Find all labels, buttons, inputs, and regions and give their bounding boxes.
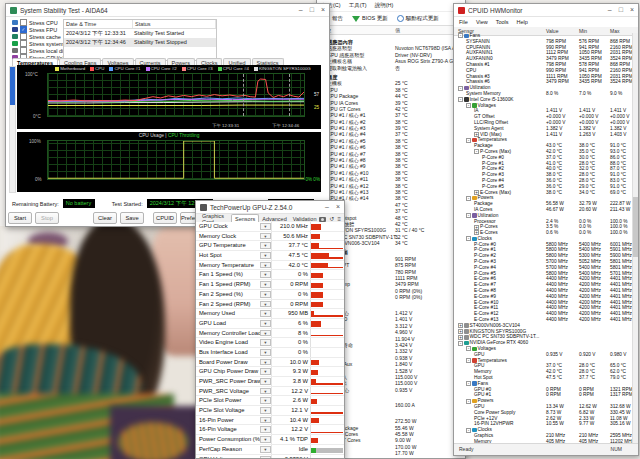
maximize-icon[interactable]: □ bbox=[619, 5, 623, 15]
legend-item[interactable]: CPU Core #4 bbox=[218, 66, 249, 71]
clk-icon bbox=[472, 428, 477, 433]
clear-button[interactable]: Clear bbox=[93, 212, 117, 224]
collapse-box-icon[interactable]: - bbox=[458, 86, 463, 91]
collapse-box-icon[interactable]: - bbox=[466, 346, 471, 351]
collapse-box-icon[interactable]: - bbox=[466, 381, 471, 386]
toolbar-dl-button[interactable]: BIOS 更新 bbox=[352, 15, 388, 22]
sensor-graph bbox=[310, 329, 344, 338]
close-icon[interactable]: × bbox=[336, 202, 340, 212]
collapse-box-icon[interactable]: - bbox=[466, 358, 471, 363]
collapse-box-icon[interactable]: - bbox=[458, 33, 463, 38]
dropdown-arrow-icon[interactable]: ▼ bbox=[260, 446, 271, 453]
dropdown-arrow-icon[interactable]: ▼ bbox=[260, 426, 271, 433]
expand-box-icon[interactable]: + bbox=[474, 225, 479, 230]
expand-box-icon[interactable]: + bbox=[474, 230, 479, 235]
dropdown-arrow-icon[interactable]: ▼ bbox=[260, 397, 271, 404]
dropdown-arrow-icon[interactable]: ▼ bbox=[260, 271, 271, 278]
minimize-icon[interactable]: – bbox=[299, 5, 303, 15]
save-button[interactable]: Save bbox=[120, 212, 144, 224]
expand-box-icon[interactable]: + bbox=[458, 329, 463, 334]
collapse-box-icon[interactable]: - bbox=[458, 341, 463, 346]
legend-item[interactable]: KINGSTON SFYRS1000G bbox=[254, 66, 311, 71]
dropdown-arrow-icon[interactable]: ▼ bbox=[260, 330, 271, 337]
camera-icon[interactable] bbox=[319, 217, 326, 222]
close-icon[interactable]: × bbox=[630, 5, 634, 15]
dropdown-arrow-icon[interactable]: ▼ bbox=[260, 349, 271, 356]
toolbar-mag-button[interactable]: 驅動程式更新 bbox=[397, 15, 439, 22]
dropdown-arrow-icon[interactable]: ▼ bbox=[260, 320, 271, 327]
collapse-box-icon[interactable]: - bbox=[458, 97, 463, 102]
dropdown-arrow-icon[interactable]: ▼ bbox=[260, 223, 271, 230]
dropdown-arrow-icon[interactable]: ▼ bbox=[260, 310, 271, 317]
menu-item-2[interactable]: 說明(H) bbox=[375, 2, 394, 9]
log-row[interactable]: 2024/3/12 下午 12:33:31Stability Test Star… bbox=[64, 29, 216, 38]
menu-item-1[interactable]: 工具(T) bbox=[349, 2, 367, 9]
maximize-icon[interactable]: □ bbox=[310, 5, 314, 15]
dropdown-arrow-icon[interactable]: ▼ bbox=[260, 368, 271, 375]
minimize-icon[interactable]: – bbox=[608, 5, 612, 15]
dropdown-arrow-icon[interactable]: ▼ bbox=[260, 291, 271, 298]
sensor-row[interactable]: 擷取剩餘電池輸入否 bbox=[317, 65, 465, 71]
hwmonitor-menu: FileViewToolsHelp bbox=[454, 17, 638, 27]
graph-scrollbar[interactable] bbox=[9, 66, 16, 193]
cpuid-button[interactable]: CPUID bbox=[153, 212, 177, 224]
collapse-box-icon[interactable]: - bbox=[474, 149, 479, 154]
expand-box-icon[interactable]: + bbox=[458, 335, 463, 340]
collapse-box-icon[interactable]: - bbox=[466, 196, 471, 201]
menu-view[interactable]: View bbox=[476, 19, 488, 25]
collapse-box-icon[interactable]: - bbox=[466, 399, 471, 404]
collapse-box-icon[interactable]: - bbox=[466, 236, 471, 241]
log-col-datetime[interactable]: Date & Time bbox=[64, 20, 133, 28]
close-icon[interactable]: × bbox=[321, 5, 325, 15]
hwmonitor-titlebar[interactable]: CPUID HWMonitor – □ × bbox=[454, 4, 638, 17]
dropdown-arrow-icon[interactable]: ▼ bbox=[260, 388, 271, 395]
stress-checkbox[interactable] bbox=[20, 19, 27, 26]
menu-file[interactable]: File bbox=[459, 19, 468, 25]
dropdown-arrow-icon[interactable]: ▼ bbox=[260, 417, 271, 424]
expand-box-icon[interactable]: + bbox=[458, 323, 463, 328]
stress-checkbox[interactable]: ✓ bbox=[20, 26, 27, 33]
dropdown-arrow-icon[interactable]: ▼ bbox=[260, 359, 271, 366]
start-button[interactable]: Start bbox=[8, 212, 32, 224]
dropdown-arrow-icon[interactable]: ▼ bbox=[260, 242, 271, 249]
gpuz-sensor-row: GPU Clock▼210.0 MHz bbox=[196, 222, 344, 232]
graph-scroll-thumb[interactable] bbox=[10, 67, 15, 105]
collapse-box-icon[interactable]: - bbox=[466, 103, 471, 108]
scrollbar-thumb[interactable] bbox=[633, 197, 638, 257]
collapse-box-icon[interactable]: - bbox=[466, 138, 471, 143]
dropdown-arrow-icon[interactable]: ▼ bbox=[260, 378, 271, 385]
gpuz-sensor-row: 16-Pin Power▼10.4 W bbox=[196, 416, 344, 426]
minimize-icon[interactable]: – bbox=[325, 202, 329, 212]
dropdown-arrow-icon[interactable]: ▼ bbox=[260, 281, 271, 288]
legend-item[interactable]: CPU bbox=[90, 66, 104, 71]
scrollbar[interactable] bbox=[632, 33, 638, 443]
log-col-status[interactable]: Status bbox=[133, 20, 216, 28]
menu-help[interactable]: Help bbox=[517, 19, 528, 25]
dropdown-arrow-icon[interactable]: ▼ bbox=[260, 339, 271, 346]
log-row[interactable]: 2024/3/12 下午 12:34:46Stability Test Stop… bbox=[64, 38, 216, 47]
legend-item[interactable]: CPU Core #2 bbox=[146, 66, 177, 71]
expand-box-icon[interactable]: + bbox=[474, 190, 479, 195]
dropdown-arrow-icon[interactable]: ▼ bbox=[260, 262, 271, 269]
sensor-label: CPU Package bbox=[327, 93, 358, 99]
dropdown-arrow-icon[interactable]: ▼ bbox=[260, 233, 271, 240]
stability-titlebar[interactable]: System Stability Test - AIDA64 – □ × bbox=[6, 4, 329, 17]
collapse-box-icon[interactable]: - bbox=[466, 213, 471, 218]
stress-checkbox[interactable] bbox=[20, 47, 27, 54]
stress-checkbox[interactable] bbox=[20, 40, 27, 47]
legend-item[interactable]: Motherboard bbox=[55, 66, 85, 71]
dropdown-arrow-icon[interactable]: ▼ bbox=[260, 436, 271, 443]
collapse-box-icon[interactable]: - bbox=[466, 428, 471, 433]
dropdown-arrow-icon[interactable]: ▼ bbox=[260, 301, 271, 308]
dropdown-arrow-icon[interactable]: ▼ bbox=[260, 456, 271, 459]
legend-item[interactable]: CPU Core #3 bbox=[182, 66, 213, 71]
stress-checkbox[interactable] bbox=[20, 33, 27, 40]
dropdown-arrow-icon[interactable]: ▼ bbox=[260, 252, 271, 259]
legend-item[interactable]: CPU Core #1 bbox=[109, 66, 140, 71]
stop-button[interactable]: Stop bbox=[35, 212, 59, 224]
y-min-label: 0°C bbox=[33, 114, 41, 119]
dropdown-arrow-icon[interactable]: ▼ bbox=[260, 407, 271, 414]
menu-tools[interactable]: Tools bbox=[496, 19, 509, 25]
expand-box-icon[interactable]: + bbox=[474, 132, 479, 137]
sensor-name: Board Power Draw bbox=[196, 358, 260, 367]
